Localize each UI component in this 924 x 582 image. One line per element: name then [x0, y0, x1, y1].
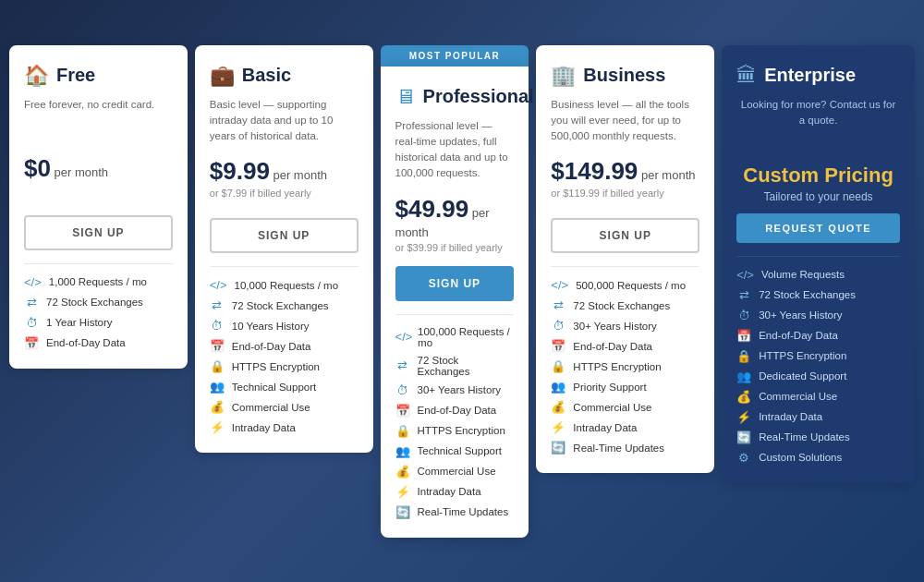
- feature-icon: ⚡: [551, 420, 565, 434]
- feature-item: 🔄Real-Time Updates: [736, 430, 900, 444]
- feature-text: 30+ Years History: [573, 321, 656, 332]
- plan-desc: Business level — all the tools you will …: [551, 97, 699, 145]
- feature-icon: ⇄: [24, 296, 39, 309]
- feature-icon: 👥: [210, 380, 225, 394]
- feature-text: Real-Time Updates: [418, 506, 509, 517]
- plan-professional: MOST POPULAR🖥ProfessionalProfessional le…: [381, 45, 529, 538]
- feature-item: 🔄Real-Time Updates: [395, 505, 515, 519]
- plan-icon: 🏛: [736, 64, 757, 88]
- feature-text: 10,000 Requests / mo: [235, 280, 339, 291]
- feature-text: Commercial Use: [759, 391, 837, 402]
- plan-header: 🏠Free: [24, 64, 173, 88]
- plan-header: 🖥Professional: [395, 85, 515, 109]
- request-quote-button[interactable]: REQUEST QUOTE: [736, 213, 900, 243]
- price-yearly: or $7.99 if billed yearly: [210, 188, 359, 199]
- price-main: $149.99: [551, 157, 638, 185]
- plan-header: 🏢Business: [551, 64, 699, 88]
- feature-item: </>10,000 Requests / mo: [210, 278, 359, 292]
- feature-icon: </>: [736, 268, 754, 282]
- feature-icon: ⏱: [24, 316, 39, 330]
- feature-icon: ⇄: [210, 298, 225, 312]
- plan-icon: 🏢: [551, 64, 576, 88]
- plan-business: 🏢BusinessBusiness level — all the tools …: [536, 45, 714, 474]
- feature-text: HTTPS Encryption: [418, 425, 505, 436]
- feature-text: Technical Support: [418, 445, 502, 456]
- price-area: $149.99 per monthor $119.99 if billed ye…: [551, 157, 699, 205]
- feature-item: 👥Priority Support: [551, 380, 699, 394]
- feature-icon: 🔒: [395, 424, 410, 438]
- feature-icon: </>: [395, 330, 410, 344]
- price-yearly: or $39.99 if billed yearly: [395, 242, 515, 253]
- plan-name: Business: [583, 65, 665, 86]
- feature-list: </>1,000 Requests / mo⇄72 Stock Exchange…: [24, 275, 173, 350]
- signup-button[interactable]: SIGN UP: [210, 218, 359, 253]
- feature-icon: </>: [24, 275, 42, 289]
- signup-button[interactable]: SIGN UP: [24, 215, 173, 250]
- feature-item: ⚙Custom Solutions: [736, 451, 900, 465]
- feature-item: ⇄72 Stock Exchanges: [24, 296, 173, 309]
- feature-item: ⇄72 Stock Exchanges: [736, 288, 900, 302]
- feature-icon: ⇄: [551, 298, 565, 312]
- feature-icon: 🔄: [736, 430, 751, 444]
- feature-item: 💰Commercial Use: [736, 390, 900, 404]
- feature-item: 👥Dedicated Support: [736, 370, 900, 383]
- feature-text: Intraday Data: [232, 422, 296, 433]
- feature-item: ⇄72 Stock Exchanges: [395, 355, 515, 377]
- feature-text: 72 Stock Exchanges: [573, 300, 670, 311]
- feature-item: 📅End-of-Day Data: [24, 336, 173, 350]
- feature-icon: ⚙: [736, 451, 751, 465]
- feature-icon: ⚡: [395, 485, 410, 499]
- divider: [736, 256, 900, 257]
- feature-text: HTTPS Encryption: [573, 361, 661, 372]
- price-per: per month: [51, 165, 108, 179]
- feature-icon: 📅: [736, 329, 751, 343]
- feature-item: 📅End-of-Day Data: [736, 329, 900, 343]
- pricing-container: 🏠FreeFree forever, no credit card.$0 per…: [9, 45, 915, 538]
- feature-icon: ⇄: [395, 358, 410, 372]
- feature-item: ⏱30+ Years History: [395, 383, 515, 397]
- feature-item: ⇄72 Stock Exchanges: [551, 298, 699, 312]
- signup-button[interactable]: SIGN UP: [551, 218, 699, 253]
- feature-item: </>100,000 Requests / mo: [395, 326, 515, 348]
- plan-header: 🏛Enterprise: [736, 64, 900, 88]
- feature-icon: 📅: [210, 339, 225, 353]
- feature-icon: 📅: [395, 404, 410, 418]
- feature-text: 10 Years History: [232, 321, 310, 332]
- feature-icon: 🔒: [210, 359, 225, 373]
- feature-text: Intraday Data: [573, 422, 637, 433]
- price-main: $49.99: [395, 195, 469, 223]
- plan-header: 💼Basic: [210, 64, 359, 88]
- feature-text: 500,000 Requests / mo: [576, 280, 686, 291]
- feature-text: Intraday Data: [418, 486, 481, 497]
- feature-item: ⏱30+ Years History: [736, 309, 900, 322]
- feature-text: 100,000 Requests / mo: [418, 326, 514, 348]
- feature-icon: ⏱: [736, 309, 751, 322]
- feature-item: 🔄Real-Time Updates: [551, 441, 699, 455]
- feature-text: Intraday Data: [759, 411, 822, 422]
- feature-text: Dedicated Support: [759, 370, 846, 382]
- feature-icon: 🔄: [551, 441, 565, 455]
- feature-icon: 🔒: [736, 349, 751, 363]
- feature-text: Commercial Use: [573, 402, 651, 413]
- feature-list: </>10,000 Requests / mo⇄72 Stock Exchang…: [210, 278, 359, 434]
- feature-icon: 👥: [551, 380, 565, 394]
- feature-item: </>Volume Requests: [736, 268, 900, 282]
- plan-free: 🏠FreeFree forever, no credit card.$0 per…: [9, 45, 188, 369]
- feature-text: 30+ Years History: [759, 309, 842, 321]
- feature-icon: ⇄: [736, 288, 751, 302]
- feature-text: Priority Support: [573, 382, 646, 393]
- feature-item: 📅End-of-Day Data: [551, 339, 699, 353]
- feature-icon: ⏱: [551, 319, 565, 333]
- feature-text: End-of-Day Data: [46, 337, 126, 348]
- feature-item: 🔒HTTPS Encryption: [395, 424, 515, 438]
- feature-text: Real-Time Updates: [759, 431, 850, 443]
- feature-item: ⏱1 Year History: [24, 316, 173, 330]
- plan-name: Professional: [423, 86, 534, 107]
- feature-text: HTTPS Encryption: [759, 350, 846, 361]
- feature-text: 1,000 Requests / mo: [49, 276, 147, 287]
- feature-icon: 📅: [551, 339, 565, 353]
- feature-icon: 👥: [736, 370, 751, 383]
- feature-text: End-of-Day Data: [573, 341, 652, 352]
- signup-button[interactable]: SIGN UP: [395, 266, 515, 301]
- price-per: per month: [270, 168, 327, 182]
